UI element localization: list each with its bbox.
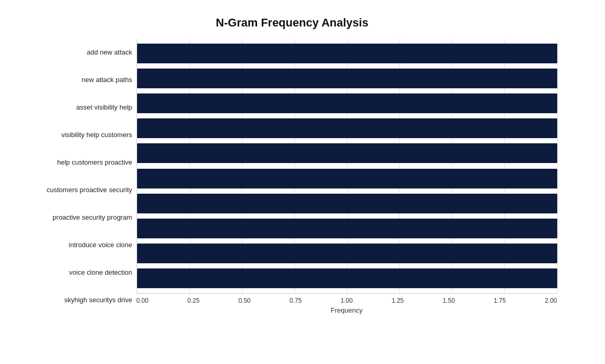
y-axis-label: asset visibility help xyxy=(28,94,132,121)
bar-row xyxy=(137,92,557,115)
y-axis-label: visibility help customers xyxy=(28,122,132,149)
bar xyxy=(137,69,557,88)
grid-and-bars xyxy=(137,39,557,294)
plot-area: 0.000.250.500.751.001.251.501.752.00 Fre… xyxy=(137,39,557,314)
bar-row xyxy=(137,217,557,240)
bar-row xyxy=(137,242,557,265)
bar xyxy=(137,219,557,238)
bar-row xyxy=(137,117,557,140)
bars-container xyxy=(137,39,557,293)
x-tick: 0.50 xyxy=(238,297,250,304)
y-axis-label: help customers proactive xyxy=(28,149,132,176)
x-tick: 1.50 xyxy=(442,297,454,304)
y-axis-label: customers proactive security xyxy=(28,177,132,204)
bar xyxy=(137,169,557,188)
x-tick: 1.25 xyxy=(392,297,404,304)
y-axis-label: new attack paths xyxy=(28,66,132,93)
x-tick: 1.00 xyxy=(341,297,353,304)
x-tick: 0.75 xyxy=(289,297,301,304)
bar-row xyxy=(137,67,557,90)
chart-container: N-Gram Frequency Analysis add new attack… xyxy=(17,6,588,359)
x-axis: 0.000.250.500.751.001.251.501.752.00 xyxy=(137,297,557,304)
bar-row xyxy=(137,142,557,165)
y-axis-label: proactive security program xyxy=(28,204,132,231)
y-axis-label: introduce voice clone xyxy=(28,232,132,259)
y-axis-label: skyhigh securitys drive xyxy=(28,287,132,314)
bar-row xyxy=(137,267,557,290)
bar-row xyxy=(137,192,557,215)
bar xyxy=(137,244,557,263)
bar-row xyxy=(137,42,557,65)
bar xyxy=(137,194,557,213)
bar xyxy=(137,268,557,288)
bar xyxy=(137,44,557,63)
x-axis-label: Frequency xyxy=(137,306,557,314)
chart-area: add new attacknew attack pathsasset visi… xyxy=(28,39,557,314)
x-tick: 1.75 xyxy=(494,297,506,304)
bar xyxy=(137,93,557,113)
y-axis-label: voice clone detection xyxy=(28,259,132,286)
chart-title: N-Gram Frequency Analysis xyxy=(28,16,557,30)
y-axis-label: add new attack xyxy=(28,39,132,66)
y-axis: add new attacknew attack pathsasset visi… xyxy=(28,39,137,314)
grid-line xyxy=(557,39,558,293)
bar xyxy=(137,118,557,138)
x-tick: 0.00 xyxy=(137,297,149,304)
bar xyxy=(137,143,557,163)
x-tick: 0.25 xyxy=(187,297,199,304)
x-tick: 2.00 xyxy=(545,297,557,304)
bar-row xyxy=(137,167,557,190)
